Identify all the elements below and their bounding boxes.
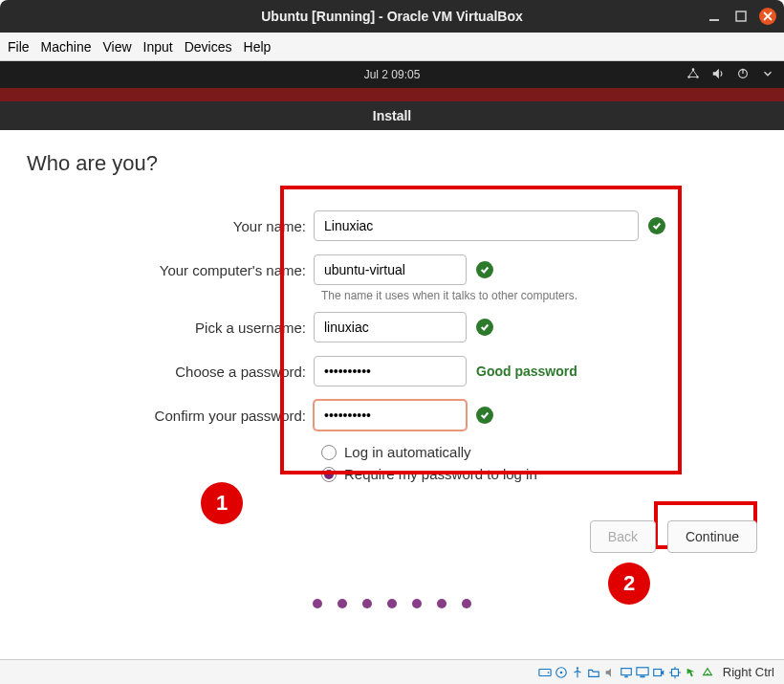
- page-title: Who are you?: [27, 151, 757, 176]
- dot-icon: [462, 599, 471, 608]
- svg-rect-13: [624, 675, 628, 677]
- radio-unchecked-icon: [321, 445, 337, 460]
- display-icon[interactable]: [636, 666, 649, 679]
- dot-icon: [313, 599, 322, 608]
- annotation-circle-2: 2: [608, 563, 650, 605]
- shared-folder-icon[interactable]: [587, 666, 600, 679]
- radio-checked-icon: [321, 467, 337, 482]
- keyboard-capture-icon[interactable]: [701, 666, 714, 679]
- check-icon: [476, 319, 493, 336]
- host-key-label: Right Ctrl: [723, 665, 774, 679]
- svg-rect-6: [742, 68, 743, 73]
- optical-icon[interactable]: [555, 666, 568, 679]
- password-strength: Good password: [476, 364, 577, 379]
- network-icon[interactable]: [686, 67, 700, 83]
- menubar: File Machine View Input Devices Help: [0, 33, 784, 61]
- menu-input[interactable]: Input: [143, 39, 173, 55]
- hdd-icon[interactable]: [538, 666, 552, 679]
- require-password-label: Require my password to log in: [344, 466, 537, 482]
- computer-input[interactable]: [314, 254, 467, 285]
- confirm-input[interactable]: [314, 400, 467, 430]
- computer-hint: The name it uses when it talks to other …: [314, 289, 757, 302]
- installer-content: Who are you? Your name: Your computer's …: [0, 130, 784, 628]
- menu-help[interactable]: Help: [244, 39, 272, 55]
- confirm-label: Confirm your password:: [27, 408, 314, 424]
- password-input[interactable]: [314, 356, 467, 386]
- processor-icon[interactable]: [668, 666, 682, 679]
- require-password-radio[interactable]: Require my password to log in: [314, 466, 757, 482]
- progress-dots: [313, 599, 471, 608]
- close-button[interactable]: [759, 8, 776, 25]
- check-icon: [648, 217, 665, 234]
- menu-file[interactable]: File: [8, 39, 30, 55]
- svg-rect-0: [709, 19, 719, 21]
- audio-icon[interactable]: [603, 666, 617, 679]
- accent-stripe: [0, 88, 784, 101]
- vbox-statusbar: Right Ctrl: [0, 659, 784, 684]
- dot-icon: [437, 599, 446, 608]
- network-status-icon[interactable]: [620, 666, 633, 679]
- svg-rect-18: [707, 673, 708, 674]
- check-icon: [476, 407, 493, 424]
- mouse-integration-icon[interactable]: [685, 666, 698, 679]
- svg-point-8: [547, 672, 549, 673]
- install-header: Install: [0, 101, 784, 130]
- user-form: Your name: Your computer's name: The nam…: [27, 210, 757, 482]
- guest-topbar: Jul 2 09:05: [0, 61, 784, 88]
- window-titlebar: Ubuntu [Running] - Oracle VM VirtualBox: [0, 0, 784, 33]
- clock: Jul 2 09:05: [364, 68, 421, 81]
- name-input[interactable]: [314, 210, 639, 241]
- dot-icon: [362, 599, 372, 608]
- svg-rect-12: [621, 668, 632, 674]
- maximize-button[interactable]: [732, 8, 750, 25]
- recording-icon[interactable]: [652, 666, 665, 679]
- svg-point-11: [577, 667, 578, 669]
- minimize-button[interactable]: [706, 8, 723, 25]
- volume-icon[interactable]: [711, 67, 725, 83]
- dot-icon: [387, 599, 397, 608]
- dot-icon: [338, 599, 347, 608]
- back-button[interactable]: Back: [590, 520, 656, 553]
- footer-buttons: Back Continue: [590, 520, 757, 553]
- username-label: Pick a username:: [27, 320, 314, 336]
- svg-rect-16: [654, 669, 662, 675]
- menu-view[interactable]: View: [102, 39, 131, 55]
- power-icon[interactable]: [736, 67, 750, 83]
- window-title: Ubuntu [Running] - Oracle VM VirtualBox: [261, 9, 523, 24]
- usb-icon[interactable]: [571, 666, 584, 679]
- annotation-circle-1: 1: [201, 482, 243, 524]
- window-controls: [706, 8, 776, 25]
- username-input[interactable]: [314, 312, 467, 342]
- svg-rect-17: [671, 669, 678, 675]
- auto-login-radio[interactable]: Log in automatically: [314, 444, 757, 460]
- svg-rect-15: [640, 675, 644, 677]
- name-label: Your name:: [27, 218, 314, 234]
- install-title: Install: [373, 108, 411, 123]
- password-label: Choose a password:: [27, 364, 314, 380]
- menu-machine[interactable]: Machine: [41, 39, 92, 55]
- svg-point-10: [560, 671, 563, 673]
- chevron-down-icon[interactable]: [761, 67, 774, 83]
- check-icon: [476, 261, 493, 278]
- computer-label: Your computer's name:: [27, 262, 314, 278]
- dot-icon: [412, 599, 422, 608]
- auto-login-label: Log in automatically: [344, 444, 471, 460]
- svg-rect-14: [637, 667, 648, 674]
- menu-devices[interactable]: Devices: [185, 39, 232, 55]
- svg-rect-1: [736, 11, 746, 21]
- continue-button[interactable]: Continue: [667, 520, 757, 553]
